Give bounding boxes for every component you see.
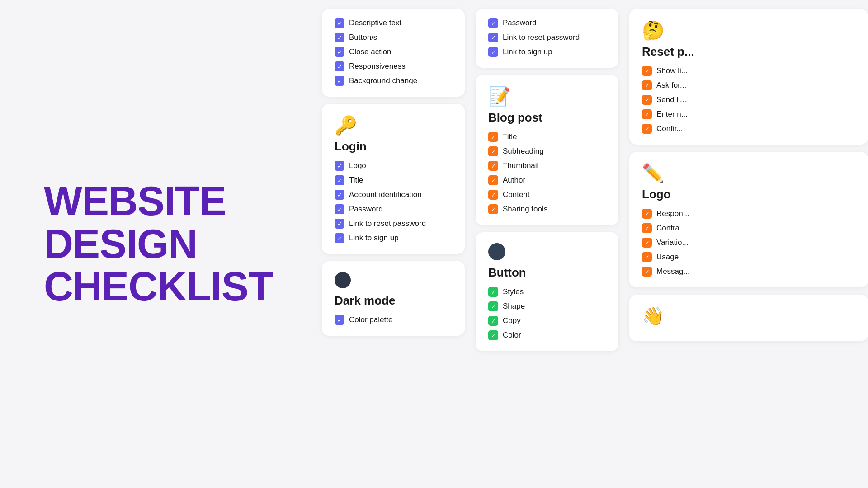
checkbox-icon: ✓: [642, 95, 652, 105]
card-partial-top-right: ✓ Password ✓ Link to reset password ✓ Li…: [476, 9, 618, 68]
checkbox-icon: ✓: [335, 190, 344, 200]
list-item: ✓ Messag...: [642, 267, 855, 277]
list-item: ✓ Title: [335, 175, 452, 185]
checkbox-icon: ✓: [335, 175, 344, 185]
list-item: ✓ Button/s: [335, 33, 452, 42]
list-item: ✓ Send li...: [642, 95, 855, 105]
dark-mode-title: Dark mode: [335, 294, 452, 308]
title-line3: CHECKLIST: [44, 264, 273, 309]
checkbox-icon: ✓: [335, 33, 344, 42]
list-item: ✓ Copy: [488, 316, 606, 326]
dark-mode-emoji: [335, 272, 351, 288]
logo-checklist: ✓ Respon... ✓ Contra... ✓ Variatio... ✓ …: [642, 209, 855, 277]
card-partial-top: ✓ Descriptive text ✓ Button/s ✓ Close ac…: [322, 9, 465, 97]
list-item: ✓ Close action: [335, 47, 452, 57]
list-item: ✓ Subheading: [488, 146, 606, 156]
card-button: Button ✓ Styles ✓ Shape ✓ Copy ✓ Color: [476, 232, 618, 351]
checkbox-icon: ✓: [335, 315, 344, 325]
card-waving: 👋: [629, 295, 868, 341]
list-item: ✓ Sharing tools: [488, 204, 606, 214]
waving-emoji: 👋: [642, 305, 855, 327]
checkbox-icon: ✓: [642, 238, 652, 248]
checkbox-icon: ✓: [488, 161, 498, 171]
button-checklist: ✓ Styles ✓ Shape ✓ Copy ✓ Color: [488, 287, 606, 340]
middle-column: ✓ Descriptive text ✓ Button/s ✓ Close ac…: [316, 0, 470, 488]
page: WEBSITE DESIGN CHECKLIST ✓ Descriptive t…: [0, 0, 868, 488]
list-item: ✓ Descriptive text: [335, 18, 452, 28]
checkbox-icon: ✓: [335, 204, 344, 214]
blog-post-emoji: 📝: [488, 86, 606, 107]
checkbox-icon: ✓: [488, 175, 498, 185]
card-logo: ✏️ Logo ✓ Respon... ✓ Contra... ✓ Variat…: [629, 152, 868, 287]
checkbox-icon: ✓: [488, 287, 498, 297]
login-checklist: ✓ Logo ✓ Title ✓ Account identification …: [335, 161, 452, 243]
logo-title: Logo: [642, 188, 855, 202]
checkbox-icon: ✓: [335, 61, 344, 71]
card-reset-password: 🤔 Reset p... ✓ Show li... ✓ Ask for... ✓…: [629, 9, 868, 145]
list-item: ✓ Color palette: [335, 315, 452, 325]
checkbox-icon: ✓: [488, 316, 498, 326]
card-dark-mode: Dark mode ✓ Color palette: [322, 261, 465, 336]
list-item: ✓ Ask for...: [642, 80, 855, 90]
checkbox-icon: ✓: [488, 190, 498, 200]
list-item: ✓ Variatio...: [642, 238, 855, 248]
title-line2: DESIGN: [44, 221, 197, 267]
list-item: ✓ Shape: [488, 301, 606, 311]
list-item: ✓ Color: [488, 330, 606, 340]
blog-post-title: Blog post: [488, 111, 606, 125]
checkbox-icon: ✓: [335, 219, 344, 229]
checkbox-icon: ✓: [642, 66, 652, 76]
checkbox-icon: ✓: [642, 109, 652, 119]
list-item: ✓ Account identification: [335, 190, 452, 200]
checkbox-icon: ✓: [335, 233, 344, 243]
login-emoji: 🔑: [335, 115, 452, 136]
blog-post-checklist: ✓ Title ✓ Subheading ✓ Thumbnail ✓ Autho…: [488, 132, 606, 214]
button-emoji: [488, 243, 505, 260]
checkbox-icon: ✓: [335, 47, 344, 57]
list-item: ✓ Confir...: [642, 124, 855, 134]
list-item: ✓ Usage: [642, 252, 855, 262]
checkbox-icon: ✓: [642, 80, 652, 90]
checklist-partial-top: ✓ Descriptive text ✓ Button/s ✓ Close ac…: [335, 18, 452, 86]
list-item: ✓ Responsiveness: [335, 61, 452, 71]
checkbox-icon: ✓: [488, 132, 498, 142]
list-item: ✓ Title: [488, 132, 606, 142]
checklist-partial-top-right: ✓ Password ✓ Link to reset password ✓ Li…: [488, 18, 606, 57]
list-item: ✓ Password: [488, 18, 606, 28]
list-item: ✓ Background change: [335, 76, 452, 86]
reset-emoji: 🤔: [642, 20, 855, 41]
title-line1: WEBSITE: [44, 178, 226, 224]
checkbox-icon: ✓: [642, 124, 652, 134]
checkbox-icon: ✓: [488, 47, 498, 57]
far-right-column: 🤔 Reset p... ✓ Show li... ✓ Ask for... ✓…: [624, 0, 868, 488]
right-column: ✓ Password ✓ Link to reset password ✓ Li…: [470, 0, 624, 488]
checkbox-icon: ✓: [488, 33, 498, 42]
reset-checklist: ✓ Show li... ✓ Ask for... ✓ Send li... ✓…: [642, 66, 855, 134]
list-item: ✓ Styles: [488, 287, 606, 297]
card-login: 🔑 Login ✓ Logo ✓ Title ✓ Account identif…: [322, 104, 465, 254]
list-item: ✓ Link to reset password: [335, 219, 452, 229]
checkbox-icon: ✓: [335, 18, 344, 28]
list-item: ✓ Content: [488, 190, 606, 200]
list-item: ✓ Logo: [335, 161, 452, 171]
checkbox-icon: ✓: [642, 223, 652, 233]
list-item: ✓ Respon...: [642, 209, 855, 219]
list-item: ✓ Link to reset password: [488, 33, 606, 42]
list-item: ✓ Password: [335, 204, 452, 214]
checkbox-icon: ✓: [488, 301, 498, 311]
main-title: WEBSITE DESIGN CHECKLIST: [44, 180, 273, 308]
list-item: ✓ Contra...: [642, 223, 855, 233]
checkbox-icon: ✓: [642, 267, 652, 277]
checkbox-icon: ✓: [335, 161, 344, 171]
list-item: ✓ Link to sign up: [335, 233, 452, 243]
left-panel: WEBSITE DESIGN CHECKLIST: [0, 0, 316, 488]
checkbox-icon: ✓: [488, 146, 498, 156]
list-item: ✓ Show li...: [642, 66, 855, 76]
checkbox-icon: ✓: [488, 330, 498, 340]
list-item: ✓ Link to sign up: [488, 47, 606, 57]
list-item: ✓ Enter n...: [642, 109, 855, 119]
checkbox-icon: ✓: [642, 209, 652, 219]
logo-emoji: ✏️: [642, 163, 855, 184]
checkbox-icon: ✓: [488, 204, 498, 214]
checkbox-icon: ✓: [642, 252, 652, 262]
